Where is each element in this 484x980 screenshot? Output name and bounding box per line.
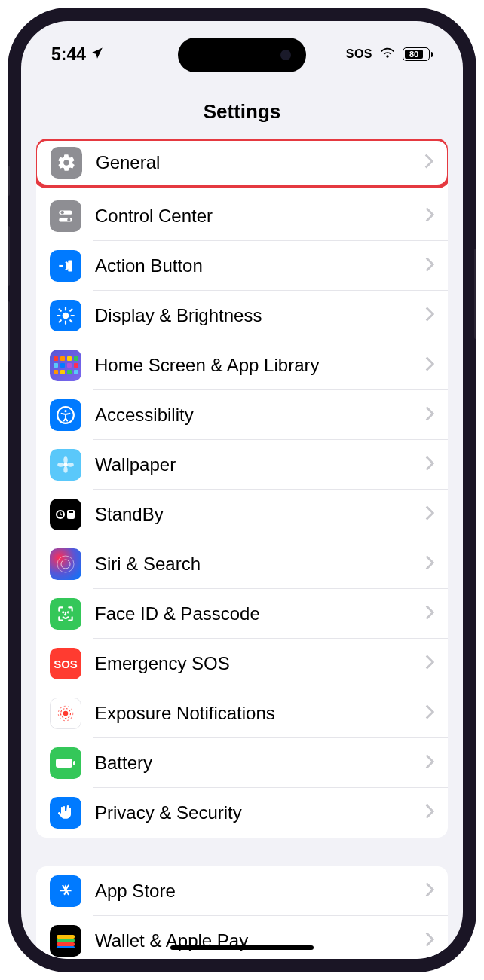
settings-row-wallet-apple-pay[interactable]: Wallet & Apple Pay <box>36 916 448 959</box>
settings-content: General Control Center <box>21 139 463 959</box>
settings-row-app-store[interactable]: App Store <box>36 866 448 916</box>
page-title: Settings <box>21 100 463 124</box>
accessibility-icon <box>50 399 81 431</box>
chevron-right-icon <box>425 406 434 424</box>
svg-point-7 <box>64 410 66 412</box>
row-label: Accessibility <box>95 405 412 426</box>
chevron-right-icon <box>425 605 434 623</box>
row-label: Privacy & Security <box>95 802 412 823</box>
row-label: Display & Brightness <box>95 305 412 326</box>
row-label: Siri & Search <box>95 554 412 575</box>
chevron-right-icon <box>425 882 434 900</box>
sos-icon: SOS <box>50 648 81 679</box>
chevron-right-icon <box>424 154 433 172</box>
phone-frame: 5:44 SOS 80 <box>8 8 476 972</box>
wallet-icon <box>50 925 81 957</box>
svg-point-12 <box>67 463 74 466</box>
row-label: Home Screen & App Library <box>95 355 412 376</box>
svg-rect-28 <box>57 942 75 946</box>
row-label: StandBy <box>95 504 412 525</box>
svg-rect-15 <box>67 510 75 519</box>
svg-rect-27 <box>57 939 75 942</box>
dynamic-island <box>178 38 306 72</box>
faceid-icon <box>50 598 81 630</box>
svg-point-8 <box>63 463 67 466</box>
svg-rect-16 <box>69 511 73 513</box>
sos-indicator: SOS <box>346 47 372 61</box>
brightness-icon <box>50 300 81 331</box>
svg-rect-26 <box>57 935 75 939</box>
location-arrow-icon <box>90 44 104 65</box>
settings-row-emergency-sos[interactable]: SOS Emergency SOS <box>36 639 448 688</box>
settings-row-display-brightness[interactable]: Display & Brightness <box>36 291 448 340</box>
chevron-right-icon <box>425 505 434 524</box>
side-button <box>8 226 10 286</box>
row-label: Emergency SOS <box>95 653 412 674</box>
row-label: App Store <box>95 881 412 902</box>
svg-rect-4 <box>68 260 72 271</box>
status-left: 5:44 <box>51 44 104 65</box>
battery-indicator: 80 <box>403 47 433 61</box>
settings-row-battery[interactable]: Battery <box>36 738 448 788</box>
row-label: Face ID & Passcode <box>95 603 412 624</box>
svg-point-5 <box>63 313 69 319</box>
side-button <box>8 166 10 196</box>
battery-percent: 80 <box>409 50 418 59</box>
side-button <box>8 301 10 362</box>
svg-point-19 <box>63 612 63 612</box>
settings-row-action-button[interactable]: Action Button <box>36 241 448 291</box>
settings-row-privacy-security[interactable]: Privacy & Security <box>36 788 448 838</box>
settings-row-wallpaper[interactable]: Wallpaper <box>36 440 448 490</box>
svg-point-9 <box>63 456 67 463</box>
svg-point-20 <box>68 612 69 612</box>
svg-point-10 <box>63 466 67 473</box>
svg-rect-25 <box>73 761 75 765</box>
chevron-right-icon <box>425 257 434 275</box>
chevron-right-icon <box>425 456 434 474</box>
chevron-right-icon <box>425 307 434 325</box>
hand-icon <box>50 797 81 829</box>
settings-row-control-center[interactable]: Control Center <box>36 191 448 241</box>
settings-row-home-screen[interactable]: Home Screen & App Library <box>36 340 448 390</box>
chevron-right-icon <box>425 804 434 822</box>
home-indicator[interactable] <box>170 945 314 950</box>
page-header: Settings <box>21 74 463 139</box>
svg-point-11 <box>57 463 64 466</box>
appstore-icon <box>50 875 81 907</box>
phone-screen: 5:44 SOS 80 <box>21 21 463 959</box>
settings-row-accessibility[interactable]: Accessibility <box>36 390 448 440</box>
action-button-icon <box>50 250 81 282</box>
gear-icon <box>51 147 82 179</box>
settings-group: General Control Center <box>36 139 448 838</box>
status-right: SOS 80 <box>346 45 433 63</box>
svg-point-21 <box>63 711 69 716</box>
exposure-icon <box>50 698 81 729</box>
svg-point-2 <box>61 211 64 214</box>
siri-icon <box>50 548 81 580</box>
status-time: 5:44 <box>51 44 86 65</box>
settings-row-exposure-notifications[interactable]: Exposure Notifications <box>36 688 448 738</box>
settings-row-standby[interactable]: StandBy <box>36 490 448 539</box>
settings-row-general[interactable]: General <box>36 139 448 188</box>
settings-row-siri-search[interactable]: Siri & Search <box>36 539 448 589</box>
svg-point-17 <box>57 556 74 572</box>
row-label: Action Button <box>95 255 412 276</box>
chevron-right-icon <box>425 356 434 374</box>
wifi-icon <box>378 45 397 63</box>
flower-icon <box>50 449 81 481</box>
row-label: General <box>96 152 411 173</box>
app-grid-icon <box>50 350 81 381</box>
row-label: Control Center <box>95 206 412 227</box>
chevron-right-icon <box>425 932 434 950</box>
row-label: Battery <box>95 753 412 774</box>
side-button <box>474 249 476 339</box>
svg-rect-24 <box>56 759 72 768</box>
chevron-right-icon <box>425 754 434 772</box>
svg-rect-29 <box>57 946 75 948</box>
row-label: Wallpaper <box>95 454 412 475</box>
row-label: Exposure Notifications <box>95 703 412 724</box>
chevron-right-icon <box>425 655 434 673</box>
battery-icon <box>50 747 81 779</box>
clock-widget-icon <box>50 499 81 530</box>
settings-row-faceid-passcode[interactable]: Face ID & Passcode <box>36 589 448 639</box>
